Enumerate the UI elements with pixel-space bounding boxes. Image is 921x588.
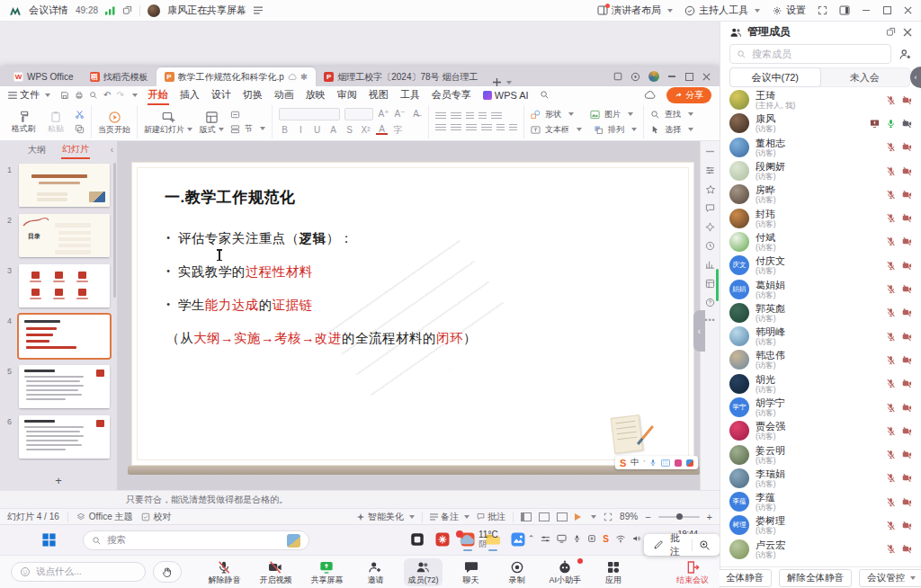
numbered-list-icon[interactable] bbox=[451, 112, 461, 120]
meeting-details-button[interactable]: 会议详情 bbox=[29, 4, 68, 17]
participant-row[interactable]: 段阑妍(访客) bbox=[720, 159, 921, 183]
slide-thumbnail-row[interactable]: 1 bbox=[0, 160, 117, 210]
slideshow-button[interactable] bbox=[575, 513, 581, 521]
menu-会员专享[interactable]: 会员专享 bbox=[431, 86, 472, 103]
speaker-layout-button[interactable]: 演讲者布局 bbox=[597, 4, 673, 17]
align-left-icon[interactable] bbox=[435, 124, 446, 132]
slide-thumbnail-row[interactable]: 5 bbox=[0, 361, 117, 412]
slide-canvas[interactable]: 一.教学工作规范化 •评估专家关注重点（逻辑）：•实践教学的过程性材料•学生能力… bbox=[118, 141, 700, 490]
mic-off-icon[interactable] bbox=[886, 142, 896, 152]
cam-off-icon[interactable] bbox=[902, 450, 912, 459]
slide-thumbnail[interactable]: 目录 bbox=[19, 214, 110, 257]
settings-button[interactable]: 设置 bbox=[772, 4, 806, 17]
share-button[interactable]: 分享 bbox=[666, 87, 711, 103]
zoom-slider[interactable] bbox=[658, 516, 700, 518]
mic-off-icon[interactable] bbox=[886, 544, 896, 554]
mic-off-icon[interactable] bbox=[886, 355, 896, 365]
participant-row[interactable]: 李蕴李蕴(访客) bbox=[720, 490, 921, 513]
menu-开始[interactable]: 开始 bbox=[148, 86, 169, 103]
participant-row[interactable]: 王琦(主持人, 我) bbox=[720, 88, 921, 111]
collapse-pane-icon[interactable]: ‹ bbox=[111, 145, 113, 155]
cam-off-icon[interactable] bbox=[902, 166, 912, 176]
cam-off-icon[interactable] bbox=[902, 95, 912, 105]
cam-off-icon[interactable] bbox=[902, 355, 912, 365]
assets-board-icon[interactable] bbox=[704, 278, 716, 290]
menu-视图[interactable]: 视图 bbox=[368, 86, 389, 103]
tab-not-joined[interactable]: 未入会 bbox=[820, 68, 910, 86]
wps-skin-icon[interactable] bbox=[630, 72, 640, 82]
play-from-current-button[interactable]: 当页开始 bbox=[98, 111, 130, 134]
mic-off-icon[interactable] bbox=[886, 521, 896, 530]
ribbon-search-icon[interactable] bbox=[540, 90, 550, 100]
font-style-A[interactable]: A bbox=[376, 125, 388, 135]
meeting-control-button[interactable]: 会议管控 bbox=[859, 569, 921, 587]
cam-off-icon[interactable] bbox=[902, 332, 912, 342]
participant-row[interactable]: 郭英彪(访客) bbox=[720, 301, 921, 325]
raise-hand-button[interactable] bbox=[153, 561, 182, 583]
cam-off-icon[interactable] bbox=[902, 403, 912, 413]
drag-handle-icon[interactable] bbox=[704, 146, 716, 157]
mic-off-icon[interactable] bbox=[886, 332, 896, 342]
comment-icon[interactable] bbox=[704, 202, 716, 214]
pin-tab-icon[interactable]: ✱ bbox=[300, 72, 308, 82]
ime-keyboard-icon[interactable] bbox=[661, 459, 670, 467]
input-method-bar[interactable]: S 中 ’ bbox=[615, 456, 698, 469]
arrange-button[interactable]: 排列 bbox=[608, 124, 624, 136]
find-button[interactable]: 查找 bbox=[665, 109, 681, 120]
tray-sogou-icon[interactable]: S bbox=[603, 534, 609, 544]
host-tools-button[interactable]: 主持人工具 bbox=[684, 4, 760, 17]
menu-WPS AI[interactable]: WPS AI bbox=[482, 88, 530, 102]
align-right-icon[interactable] bbox=[466, 124, 477, 132]
close-panel-icon[interactable] bbox=[903, 28, 912, 37]
participant-row[interactable]: 康风(访客) bbox=[720, 111, 921, 135]
history-clock-icon[interactable] bbox=[704, 240, 716, 252]
properties-icon[interactable] bbox=[704, 165, 716, 176]
cam-off-icon[interactable] bbox=[902, 379, 912, 388]
mute-all-button[interactable]: 全体静音 bbox=[718, 569, 772, 587]
participant-row[interactable]: 娟娟葛娟娟(访客) bbox=[720, 277, 921, 300]
tab-slides[interactable]: 幻灯片 bbox=[61, 141, 90, 159]
favorites-star-icon[interactable] bbox=[704, 183, 716, 195]
control-ai[interactable]: AI小助手 bbox=[546, 558, 586, 586]
font-style-字[interactable]: 字 bbox=[392, 124, 404, 137]
cam-off-icon[interactable] bbox=[902, 261, 912, 271]
wifi-icon[interactable] bbox=[615, 534, 626, 543]
menu-切换[interactable]: 切换 bbox=[242, 86, 264, 103]
fullscreen-icon[interactable] bbox=[818, 5, 827, 15]
font-style-I[interactable]: I bbox=[295, 125, 307, 135]
add-slide-button[interactable]: + bbox=[0, 474, 117, 490]
cam-off-icon[interactable] bbox=[902, 497, 912, 507]
current-slide[interactable]: 一.教学工作规范化 •评估专家关注重点（逻辑）：•实践教学的过程性材料•学生能力… bbox=[131, 162, 694, 466]
mic-off-icon[interactable] bbox=[886, 166, 896, 176]
bullet-list-icon[interactable] bbox=[435, 112, 446, 120]
control-cam-start[interactable]: 开启视频 bbox=[255, 558, 295, 586]
mic-off-icon[interactable] bbox=[886, 307, 896, 317]
columns-icon[interactable] bbox=[496, 124, 505, 132]
add-member-icon[interactable] bbox=[899, 48, 912, 61]
photos-app-icon[interactable] bbox=[510, 531, 526, 548]
align-center-icon[interactable] bbox=[451, 124, 461, 132]
cam-off-icon[interactable] bbox=[902, 426, 912, 436]
app-red-icon[interactable] bbox=[434, 531, 451, 548]
mic-off-icon[interactable] bbox=[886, 379, 896, 388]
cut-icon[interactable] bbox=[75, 110, 85, 120]
comments-toggle[interactable]: 批注 bbox=[477, 511, 505, 523]
font-style-U[interactable]: U bbox=[311, 125, 323, 135]
side-panel-toggle-icon[interactable] bbox=[839, 5, 850, 15]
control-share-screen[interactable]: 共享屏幕 bbox=[307, 558, 346, 586]
tab-in-meeting[interactable]: 会议中(72) bbox=[729, 67, 821, 87]
end-meeting-button[interactable]: 结束会议 bbox=[676, 560, 709, 584]
new-slide-button[interactable]: 新建幻灯片 bbox=[144, 111, 192, 134]
slide-thumbnail-row[interactable]: 2目录 bbox=[0, 210, 117, 261]
picture-button[interactable]: 图片 bbox=[604, 109, 621, 120]
cam-off-icon[interactable] bbox=[902, 236, 912, 246]
new-tab-button[interactable] bbox=[486, 78, 519, 86]
mic-off-icon[interactable] bbox=[886, 213, 896, 223]
tray-plugin-icon[interactable] bbox=[587, 534, 596, 543]
paste-button[interactable]: 粘贴 bbox=[42, 111, 69, 133]
decrease-font-icon[interactable]: A⁻ bbox=[394, 109, 406, 119]
mic-off-icon[interactable] bbox=[886, 261, 896, 271]
ime-mic-icon[interactable] bbox=[649, 459, 657, 467]
chart-icon[interactable] bbox=[704, 259, 716, 271]
fit-slide-icon[interactable] bbox=[604, 512, 613, 521]
